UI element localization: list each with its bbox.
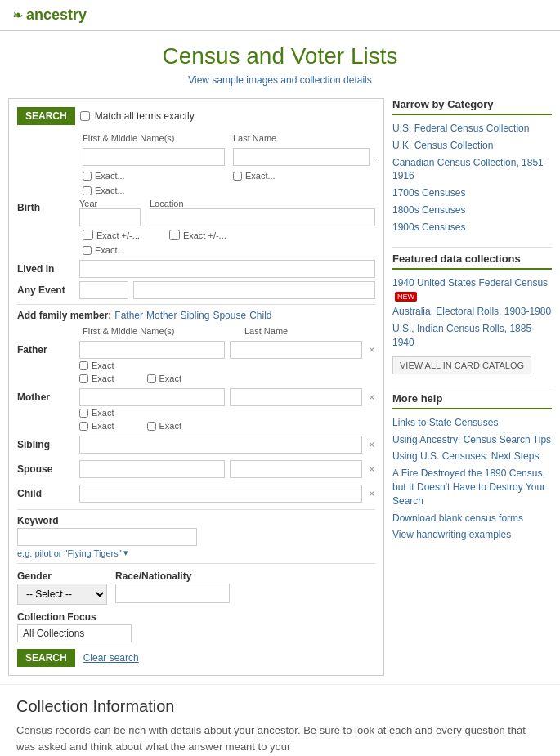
location-col-label: Location	[150, 199, 375, 208]
sibling-fields: First & Middle Name(s) ×	[79, 436, 375, 455]
search-form: SEARCH Match all terms exactly First & M…	[8, 98, 384, 676]
child-remove-icon[interactable]: ×	[369, 487, 375, 500]
birth-row: Birth Year 1886 Location Williamstown, D…	[17, 199, 375, 226]
birth-year-input[interactable]: 1886	[79, 208, 141, 226]
collection-info-title: Collection Information	[16, 697, 544, 716]
exact-checkbox-1[interactable]	[83, 172, 92, 181]
exact-plus-checkbox-2[interactable]	[169, 230, 180, 240]
match-all-checkbox[interactable]	[80, 111, 90, 121]
spouse-first-input[interactable]: First & Middle Name(s)	[79, 460, 225, 478]
exact-plus-checkbox-1[interactable]	[83, 230, 93, 240]
father-exact3-label: Exact	[159, 374, 182, 383]
exact-dot-checkbox[interactable]	[83, 246, 92, 255]
father-exact3-checkbox[interactable]	[147, 374, 156, 383]
father-remove-icon[interactable]: ×	[369, 343, 375, 356]
spouse-last-input[interactable]: Last Name	[230, 460, 362, 478]
title-link-area: View sample images and collection detail…	[0, 74, 560, 98]
father-exact-checkbox[interactable]	[79, 361, 88, 370]
spouse-remove-icon[interactable]: ×	[369, 463, 375, 476]
mother-exact-checkbox[interactable]	[79, 409, 88, 418]
clear-search-link[interactable]: Clear search	[83, 652, 139, 664]
mother-row: Mother Lillian Lewis × Exact Exact	[17, 388, 375, 431]
narrow-by-category: Narrow by Category U.S. Federal Census C…	[392, 98, 552, 235]
first-middle-input[interactable]: Arthur David	[83, 148, 225, 166]
gender-select[interactable]: -- Select --	[17, 584, 107, 605]
add-father-link[interactable]: Father	[114, 310, 143, 321]
exact-label-2: Exact...	[245, 171, 276, 181]
race-group: Race/Nationality Race/Nationality	[115, 570, 230, 603]
search-button-bottom[interactable]: SEARCH	[17, 649, 75, 667]
mother-exact2-checkbox[interactable]	[79, 422, 88, 431]
father-exact2-checkbox[interactable]	[79, 374, 88, 383]
race-nationality-input[interactable]: Race/Nationality	[115, 584, 230, 603]
narrow-link-uk[interactable]: U.K. Census Collection	[392, 139, 552, 153]
collection-focus-label: Collection Focus	[17, 611, 375, 623]
father-last-input[interactable]: Lewis	[230, 341, 362, 359]
exact-checkbox-2[interactable]	[233, 172, 242, 181]
birth-fields: Year 1886 Location Williamstown, Dauphin…	[79, 199, 375, 226]
lived-in-input[interactable]: City, County, State, Country	[79, 260, 375, 278]
help-link-tips[interactable]: Using Ancestry: Census Search Tips	[392, 433, 552, 447]
featured-link-1940[interactable]: 1940 United States Federal Census	[392, 277, 548, 289]
exact-plus-row-1: Exact +/-... Exact +/-...	[17, 230, 375, 240]
add-sibling-link[interactable]: Sibling	[180, 310, 209, 321]
mother-remove-icon[interactable]: ×	[369, 391, 375, 404]
any-event-location-input[interactable]: City, County, State, Country	[133, 281, 375, 299]
any-event-year-input[interactable]: Year	[79, 281, 128, 299]
exact-checkbox-3[interactable]	[83, 186, 92, 195]
featured-link-australia[interactable]: Australia, Electoral Rolls, 1903-1980	[392, 305, 552, 319]
lived-in-label: Lived In	[17, 263, 74, 275]
divider-2	[17, 509, 375, 510]
search-button-top[interactable]: SEARCH	[17, 107, 75, 125]
search-row: SEARCH Match all terms exactly	[17, 107, 375, 125]
last-name-input[interactable]: Lewis	[233, 148, 370, 166]
divider-3	[17, 563, 375, 564]
first-middle-col-label: First & Middle Name(s)	[83, 133, 225, 143]
narrow-link-canadian[interactable]: Canadian Census Collection, 1851-1916	[392, 156, 552, 184]
logo-icon: ❧	[12, 7, 23, 23]
help-link-fire[interactable]: A Fire Destroyed the 1890 Census, but It…	[392, 467, 552, 508]
mother-exact3-checkbox[interactable]	[147, 422, 156, 431]
narrow-link-1800s[interactable]: 1800s Censuses	[392, 204, 552, 217]
father-first-input[interactable]: James	[79, 341, 225, 359]
sibling-row: Sibling First & Middle Name(s) ×	[17, 436, 375, 455]
featured-link-indian[interactable]: U.S., Indian Census Rolls, 1885-1940	[392, 322, 552, 350]
spouse-row: Spouse First & Middle Name(s) Last Name …	[17, 460, 375, 480]
exact-label-1: Exact...	[95, 171, 125, 181]
birth-location-input[interactable]: Williamstown, Dauphin, Pennsylvania, USA	[150, 208, 375, 226]
sidebar-divider-2	[392, 387, 552, 387]
keyword-section: Keyword e.g. pilot or "Flying Tigers" ▾	[17, 515, 375, 558]
sidebar-divider-1	[392, 247, 552, 248]
keyword-hint[interactable]: e.g. pilot or "Flying Tigers" ▾	[17, 548, 375, 558]
narrow-link-1900s[interactable]: 1900s Censuses	[392, 221, 552, 235]
mother-first-input[interactable]: Lillian	[79, 388, 225, 406]
exact-label-3: Exact...	[95, 186, 125, 195]
help-link-handwriting[interactable]: View handwriting examples	[392, 528, 552, 542]
help-link-next-steps[interactable]: Using U.S. Censuses: Next Steps	[392, 450, 552, 463]
view-sample-link[interactable]: View sample images and collection detail…	[188, 74, 372, 86]
collection-select-box[interactable]: All Collections	[17, 624, 132, 642]
help-link-blank-forms[interactable]: Download blank census forms	[392, 512, 552, 526]
view-all-button[interactable]: VIEW ALL IN CARD CATALOG	[392, 356, 531, 374]
add-mother-link[interactable]: Mother	[146, 310, 177, 321]
new-badge: NEW	[395, 292, 417, 302]
sibling-first-input[interactable]: First & Middle Name(s)	[79, 436, 362, 454]
father-label: Father	[17, 341, 74, 356]
narrow-link-1700s[interactable]: 1700s Censuses	[392, 186, 552, 200]
keyword-input[interactable]	[17, 528, 197, 546]
narrow-category-title: Narrow by Category	[392, 98, 552, 115]
narrow-link-us-federal[interactable]: U.S. Federal Census Collection	[392, 122, 552, 136]
help-link-state[interactable]: Links to State Censuses	[392, 416, 552, 430]
exact-dot-row: Exact...	[17, 244, 375, 255]
mother-label: Mother	[17, 388, 74, 403]
mother-exact-label: Exact	[92, 408, 114, 418]
sibling-remove-icon[interactable]: ×	[369, 438, 375, 451]
mother-last-input[interactable]: Lewis	[230, 388, 362, 406]
featured-title: Featured data collections	[392, 253, 552, 270]
add-child-link[interactable]: Child	[249, 310, 271, 321]
child-first-input[interactable]: First & Middle Name(s)	[79, 485, 362, 503]
gender-label: Gender	[17, 570, 107, 582]
exact-row-2: Exact...	[17, 184, 375, 195]
birth-label: Birth	[17, 199, 74, 213]
add-spouse-link[interactable]: Spouse	[213, 310, 246, 321]
